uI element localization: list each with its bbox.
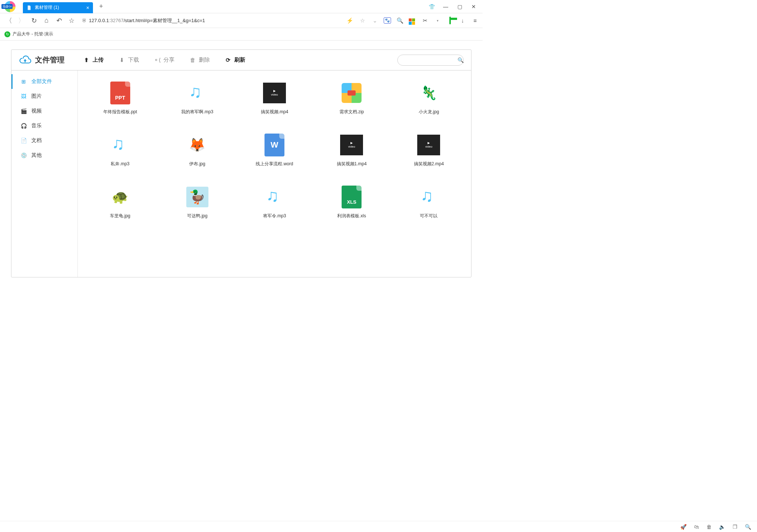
file-thumb: ▶video	[262, 82, 287, 104]
sidebar-item-music[interactable]: 🎧 音乐	[11, 118, 77, 133]
sidebar-label-all: 全部文件	[31, 78, 52, 85]
menu-icon[interactable]: ≡	[471, 17, 479, 24]
file-name: 搞笑视频2.mp4	[414, 161, 444, 167]
reload-button[interactable]: ↻	[29, 15, 39, 26]
file-thumb: W	[262, 134, 287, 156]
document-icon	[27, 5, 32, 10]
file-item[interactable]: ▶video搞笑视频2.mp4	[394, 134, 464, 167]
browser-app-logo[interactable]	[1, 0, 18, 13]
window-controls: 👕 — ▢ ✕	[428, 4, 483, 10]
browser-navbar: 〈 〉 ↻ ⌂ ↶ ☆ ⛨ 127.0.0.1:32767/start.html…	[0, 13, 483, 28]
star-icon[interactable]: ☆	[359, 17, 366, 24]
bookmark-favicon: ↻	[4, 31, 10, 37]
file-name: 搞笑视频.mp4	[261, 109, 288, 115]
file-item[interactable]: 将军令.mp3	[239, 186, 309, 219]
file-item[interactable]: 🦆可达鸭.jpg	[162, 186, 232, 219]
download-label: 下载	[128, 56, 139, 63]
file-thumb	[262, 186, 287, 208]
upload-label: 上传	[93, 56, 104, 63]
file-name: 私奔.mp3	[111, 161, 129, 167]
sidebar-item-image[interactable]: 🖼 图片	[11, 89, 77, 104]
file-item[interactable]: 🦎小火龙.jpg	[394, 82, 464, 115]
sidebar-item-video[interactable]: 🎬 视频	[11, 104, 77, 118]
search-input[interactable]	[402, 58, 457, 63]
forward-button[interactable]: 〉	[16, 15, 27, 26]
file-item[interactable]: XLS利润表模板.xls	[317, 186, 387, 219]
apps-grid-icon[interactable]	[409, 16, 416, 25]
sidebar-label-doc: 文档	[31, 137, 42, 144]
back-button[interactable]: 〈	[4, 15, 14, 26]
delete-button[interactable]: 🗑删除	[189, 56, 210, 63]
search-box[interactable]: 🔍	[397, 55, 464, 66]
sidebar-label-video: 视频	[31, 108, 42, 114]
grid-icon: ⊞	[20, 78, 27, 85]
download-icon[interactable]: ↓	[459, 17, 466, 24]
refresh-button[interactable]: ⟳刷新	[225, 56, 245, 63]
file-thumb: 🦆	[184, 186, 210, 208]
search-icon[interactable]: 🔍	[396, 17, 404, 24]
file-item[interactable]: 🐢车里龟.jpg	[85, 186, 155, 219]
file-grid: PPT年终报告模板.ppt我的将军啊.mp3▶video搞笑视频.mp4需求文档…	[78, 70, 471, 277]
sidebar-item-other[interactable]: 💿 其他	[11, 148, 77, 163]
file-item[interactable]: PPT年终报告模板.ppt	[85, 82, 155, 115]
video-icon: 🎬	[20, 108, 27, 114]
tab-close-button[interactable]: ×	[86, 5, 89, 11]
trash-icon: 🗑	[189, 57, 196, 63]
paw-icon[interactable]: 🐾	[384, 17, 391, 24]
file-name: 可达鸭.jpg	[187, 213, 207, 219]
file-item[interactable]: 可不可以	[394, 186, 464, 219]
bookmark-link[interactable]: 产品大牛 - 托管·演示	[13, 31, 53, 37]
share-icon: ⚬⟨	[154, 57, 160, 63]
file-item[interactable]: ▶video搞笑视频1.mp4	[317, 134, 387, 167]
favorite-button[interactable]: ☆	[66, 15, 77, 26]
scissors-icon[interactable]: ✂	[421, 17, 429, 24]
file-thumb	[184, 82, 210, 104]
download-button[interactable]: ⬇下载	[118, 56, 139, 63]
url-path: /start.html#p=素材管理__1_&g=1&c=1	[124, 18, 205, 23]
wardrobe-icon[interactable]: 👕	[428, 4, 435, 10]
new-tab-button[interactable]: +	[95, 1, 107, 13]
brand-logo-icon	[19, 54, 31, 66]
minimize-button[interactable]: —	[442, 4, 449, 10]
file-item[interactable]: W线上分享流程.word	[239, 134, 309, 167]
file-name: 我的将军啊.mp3	[181, 109, 213, 115]
file-item[interactable]: 🦊伊布.jpg	[162, 134, 232, 167]
chevron-down-icon[interactable]: ⌄	[371, 17, 378, 24]
doc-icon: 📄	[20, 137, 27, 144]
sidebar-item-doc[interactable]: 📄 文档	[11, 133, 77, 148]
browser-tab[interactable]: 素材管理 (1) ×	[23, 2, 93, 13]
flash-icon[interactable]: ⚡	[346, 17, 353, 24]
browser-right-tools: ⚡ ☆ ⌄ 🐾 🔍 ✂ ▾ ↓ ≡	[346, 16, 479, 25]
battery-icon[interactable]	[446, 17, 454, 24]
file-item[interactable]: 私奔.mp3	[85, 134, 155, 167]
file-name: 搞笑视频1.mp4	[337, 161, 367, 167]
search-icon[interactable]: 🔍	[457, 57, 464, 63]
browser-titlebar: 素材管理 (1) × + 👕 — ▢ ✕	[0, 0, 483, 13]
panel-header: 文件管理 ⬆上传 ⬇下载 ⚬⟨分享 🗑删除 ⟳刷新 🔍	[11, 50, 471, 70]
file-thumb: XLS	[339, 186, 364, 208]
url-bar[interactable]: ⛨ 127.0.0.1:32767/start.html#p=素材管理__1_&…	[82, 17, 205, 24]
dropdown-caret-icon[interactable]: ▾	[434, 19, 441, 23]
file-thumb: PPT	[107, 82, 133, 104]
undo-button[interactable]: ↶	[54, 15, 64, 26]
share-button[interactable]: ⚬⟨分享	[154, 56, 174, 63]
file-name: 小火龙.jpg	[419, 109, 439, 115]
sidebar-item-all[interactable]: ⊞ 全部文件	[11, 74, 77, 89]
close-window-button[interactable]: ✕	[470, 4, 477, 10]
tab-title: 素材管理 (1)	[35, 4, 86, 11]
download-icon: ⬇	[118, 57, 125, 63]
refresh-icon: ⟳	[225, 57, 231, 63]
file-item[interactable]: 需求文档.zip	[317, 82, 387, 115]
url-port: :32767	[109, 18, 124, 23]
file-thumb: 🦎	[416, 82, 442, 104]
maximize-button[interactable]: ▢	[456, 4, 463, 10]
share-label: 分享	[163, 56, 174, 63]
home-button[interactable]: ⌂	[41, 15, 52, 26]
file-item[interactable]: 我的将军啊.mp3	[162, 82, 232, 115]
file-item[interactable]: ▶video搞笑视频.mp4	[239, 82, 309, 115]
sidebar: ⊞ 全部文件 🖼 图片 🎬 视频 🎧 音乐 📄 文档	[11, 70, 78, 277]
file-manager-panel: 文件管理 ⬆上传 ⬇下载 ⚬⟨分享 🗑删除 ⟳刷新 🔍 ⊞ 全部文件	[11, 49, 471, 277]
upload-icon: ⬆	[83, 57, 90, 63]
upload-button[interactable]: ⬆上传	[83, 56, 104, 63]
file-name: 伊布.jpg	[189, 161, 205, 167]
